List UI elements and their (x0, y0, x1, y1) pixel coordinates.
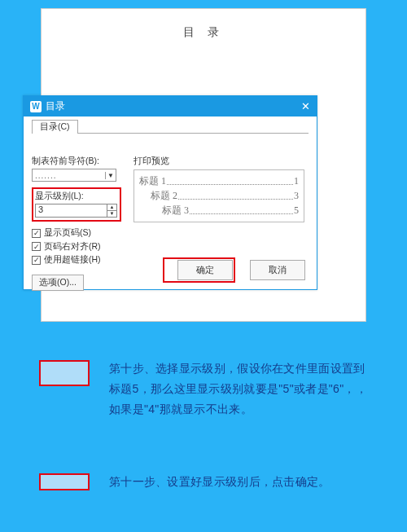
spinner-up-icon[interactable]: ▲ (107, 204, 116, 211)
ok-button[interactable]: 确定 (177, 260, 233, 280)
level-value: 3 (36, 204, 107, 217)
cancel-button[interactable]: 取消 (250, 260, 305, 280)
leader-select[interactable]: ....... ▼ (32, 169, 116, 182)
close-icon[interactable]: ✕ (301, 100, 310, 112)
toc-line-2: 标题 23 (139, 188, 299, 203)
check-label: 显示页码(S) (44, 227, 91, 239)
level-label: 显示级别(L): (35, 191, 117, 202)
checkbox-icon[interactable]: ✓ (32, 229, 41, 238)
step-text: 第十一步、设置好显示级别后，点击确定。 (109, 472, 330, 492)
tab-toc[interactable]: 目录(C) (32, 120, 78, 134)
toc-dialog: W 目录 ✕ 目录(C) 制表符前导符(B): ....... ▼ 显示级别(L… (23, 95, 317, 290)
toc-line-3: 标题 35 (139, 203, 299, 218)
step-10: 第十步、选择显示级别，假设你在文件里面设置到标题5，那么这里显示级别就要是"5"… (39, 358, 371, 420)
preview-label: 打印预览 (133, 156, 304, 167)
dialog-titlebar[interactable]: W 目录 ✕ (24, 96, 317, 117)
callout-marker (39, 473, 90, 490)
preview-box: 标题 11 标题 23 标题 35 (133, 169, 304, 222)
level-input[interactable]: 3 ▲ ▼ (35, 204, 117, 218)
toc-line-1: 标题 11 (139, 174, 299, 188)
spinner-down-icon[interactable]: ▼ (107, 211, 116, 217)
check-show-page[interactable]: ✓ 显示页码(S) (32, 227, 121, 239)
level-spinner[interactable]: ▲ ▼ (107, 204, 116, 217)
step-text: 第十步、选择显示级别，假设你在文件里面设置到标题5，那么这里显示级别就要是"5"… (109, 358, 371, 420)
step-11: 第十一步、设置好显示级别后，点击确定。 (39, 472, 371, 492)
preview-column: 打印预览 标题 11 标题 23 标题 35 (133, 156, 304, 222)
dialog-title: 目录 (46, 99, 65, 113)
dialog-footer: 确定 取消 (24, 249, 317, 283)
callout-marker (39, 360, 90, 386)
app-icon: W (30, 101, 42, 112)
leader-value: ....... (33, 171, 105, 180)
leader-label: 制表符前导符(B): (32, 156, 121, 167)
chevron-down-icon[interactable]: ▼ (105, 172, 116, 179)
page-title: 目 录 (42, 25, 365, 40)
ok-highlight: 确定 (163, 257, 235, 283)
level-highlight: 显示级别(L): 3 ▲ ▼ (32, 187, 121, 222)
